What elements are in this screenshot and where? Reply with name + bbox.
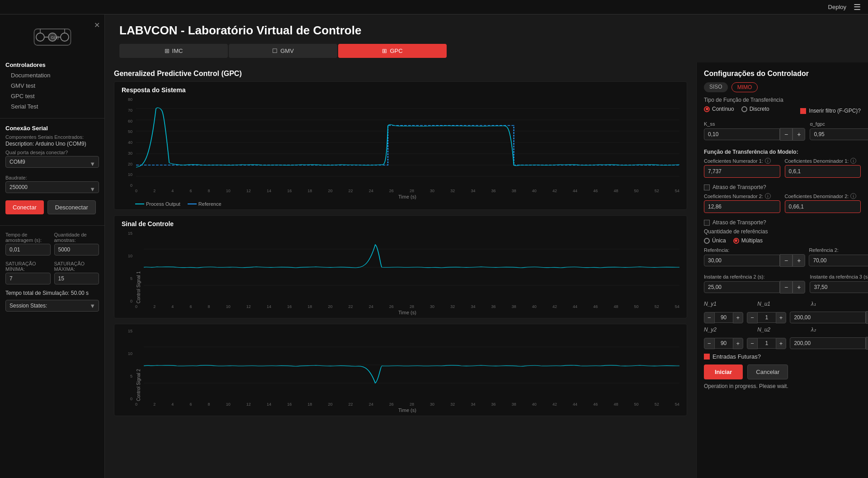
conectar-button[interactable]: Conectar — [5, 200, 44, 214]
nu1-plus[interactable]: + — [776, 312, 787, 323]
nu1-minus[interactable]: − — [747, 312, 758, 323]
unica-radio[interactable]: Única — [704, 237, 726, 244]
ref3-instant-input[interactable] — [810, 281, 868, 293]
sidebar-item-documentation[interactable]: Documentation — [5, 70, 99, 80]
nu2-plus[interactable]: + — [776, 338, 787, 349]
alpha-input[interactable] — [810, 128, 868, 140]
nu2-minus[interactable]: − — [747, 338, 758, 349]
num1-input[interactable] — [704, 165, 780, 178]
unica-label: Única — [712, 237, 726, 244]
sat-min-input[interactable] — [5, 273, 51, 284]
den1-group: Coeficientes Denominador 1: i — [785, 158, 861, 178]
baudrate-select[interactable]: 250000 — [5, 181, 99, 193]
logo-area: G(s) ✕ — [0, 19, 104, 55]
conexao-section: Conexão Serial Componentes Seriais Encon… — [0, 122, 104, 222]
deploy-label: Deploy — [828, 4, 846, 10]
cancelar-button[interactable]: Cancelar — [747, 364, 788, 379]
num2-input[interactable] — [704, 200, 780, 213]
tab-imc[interactable]: ⊞ IMC — [119, 44, 228, 58]
resposta-svg — [136, 97, 679, 188]
gmv-label: GMV — [280, 47, 294, 54]
entradas-checkbox[interactable] — [704, 354, 710, 360]
sinal2-y-ticks: 15 10 5 0 — [122, 329, 134, 401]
multiplas-label: Múltiplas — [741, 237, 763, 244]
nu2-val: 1 — [758, 338, 776, 349]
ny2-label: N_y2 — [704, 327, 754, 333]
filter-checkbox[interactable] — [800, 108, 806, 114]
sidebar-item-serial-test[interactable]: Serial Test — [5, 101, 99, 112]
siso-mimo-tabs: SISO MIMO — [704, 82, 861, 92]
iniciar-button[interactable]: Iniciar — [704, 364, 743, 379]
sat-max-label: SATURAÇÃO MÁXIMA: — [54, 261, 99, 272]
ref1-plus[interactable]: + — [793, 254, 805, 267]
ny2-minus[interactable]: − — [704, 338, 715, 349]
sat-max-input[interactable] — [54, 273, 99, 284]
sinal2-svg — [144, 329, 679, 401]
svg-point-1 — [36, 33, 44, 41]
ny1-minus[interactable]: − — [704, 312, 715, 323]
sim-time: Tempo total de Simulação: 50.00 s — [5, 290, 99, 296]
right-panel: Configurações do Controlador SISO MIMO T… — [696, 62, 868, 478]
sidebar-item-gpc-test[interactable]: GPC test — [5, 91, 99, 101]
multiplas-circle — [733, 238, 739, 244]
model-tf-label: Função de Transferência do Modelo: — [704, 149, 861, 155]
mimo-tab[interactable]: MIMO — [731, 82, 758, 92]
discreto-label: Discreto — [750, 106, 769, 112]
num2-info: i — [765, 193, 771, 199]
ref-legend-label: Reference — [198, 201, 222, 207]
siso-tab[interactable]: SISO — [704, 82, 728, 92]
ny2-plus[interactable]: + — [733, 338, 744, 349]
den1-input[interactable] — [785, 165, 861, 178]
ref1-minus[interactable]: − — [780, 254, 793, 267]
kss-minus[interactable]: − — [780, 128, 793, 141]
discreto-radio[interactable]: Discreto — [741, 106, 769, 112]
tab-gmv[interactable]: ☐ GMV — [229, 44, 337, 58]
close-button[interactable]: ✕ — [94, 21, 100, 29]
transport-delay2-checkbox[interactable] — [704, 220, 710, 226]
lambda1-minus[interactable]: − — [866, 311, 868, 324]
ny2-labels-row: N_y2 N_u2 λ₂ — [704, 327, 861, 334]
entradas-label: Entradas Futuras? — [712, 353, 761, 360]
page-subtitle: Generalized Predictive Control (GPC) — [114, 70, 687, 78]
gpc-icon: ⊞ — [382, 47, 387, 54]
ref2-instant-plus[interactable]: + — [793, 281, 805, 293]
logo-icon: G(s) — [32, 24, 73, 51]
filter-label: Inserir filtro (F-GPC)? — [809, 108, 861, 114]
ref2-instant-minus[interactable]: − — [780, 281, 793, 293]
ref2-instant-input[interactable] — [704, 281, 780, 293]
tab-gpc[interactable]: ⊞ GPC — [338, 44, 447, 58]
continuo-radio[interactable]: Contínuo — [704, 106, 734, 112]
kss-input[interactable] — [704, 128, 780, 140]
resposta-y-ticks: 80 70 60 50 40 30 20 10 0 — [122, 97, 134, 188]
desconectar-button[interactable]: Desconectar — [47, 200, 96, 214]
den2-input[interactable] — [785, 200, 861, 213]
multiplas-radio[interactable]: Múltiplas — [733, 237, 763, 244]
qty-refs-label: Quantidade de referências — [704, 228, 861, 235]
ref2-input[interactable] — [809, 255, 868, 266]
qty-input[interactable] — [54, 244, 99, 256]
kss-plus[interactable]: + — [793, 128, 805, 141]
sinal1-y-ticks: 15 10 5 0 — [122, 231, 134, 303]
menu-icon[interactable]: ☰ — [854, 2, 861, 12]
alpha-group: α_fgpc − + — [810, 121, 868, 141]
top-bar: Deploy ☰ — [0, 0, 868, 14]
port-select[interactable]: COM9 — [5, 156, 99, 168]
ref1-input[interactable] — [704, 255, 780, 266]
lambda2-minus[interactable]: − — [866, 337, 868, 350]
qty-refs-section: Quantidade de referências Única Múltipla… — [704, 228, 861, 244]
time-input[interactable] — [5, 244, 51, 256]
continuo-radio-circle — [704, 106, 710, 112]
lambda1-input[interactable] — [790, 312, 866, 323]
main-title: LABVCON - Laboratório Virtual de Control… — [119, 24, 854, 38]
session-states-select[interactable]: Session States: — [5, 300, 99, 312]
kss-input-row: − + — [704, 128, 805, 141]
sampling-section: Tempo de amostragem (s): Quantidade de a… — [0, 229, 104, 314]
ref-legend-dot — [188, 204, 197, 204]
den1-info: i — [850, 158, 856, 164]
svg-point-4 — [61, 33, 69, 41]
sidebar-item-gmv-test[interactable]: GMV test — [5, 80, 99, 91]
lambda2-input[interactable] — [790, 337, 866, 349]
ny1-ctrl: − 90 + — [704, 311, 743, 324]
transport-delay1-checkbox[interactable] — [704, 185, 710, 190]
ny1-plus[interactable]: + — [733, 312, 744, 323]
